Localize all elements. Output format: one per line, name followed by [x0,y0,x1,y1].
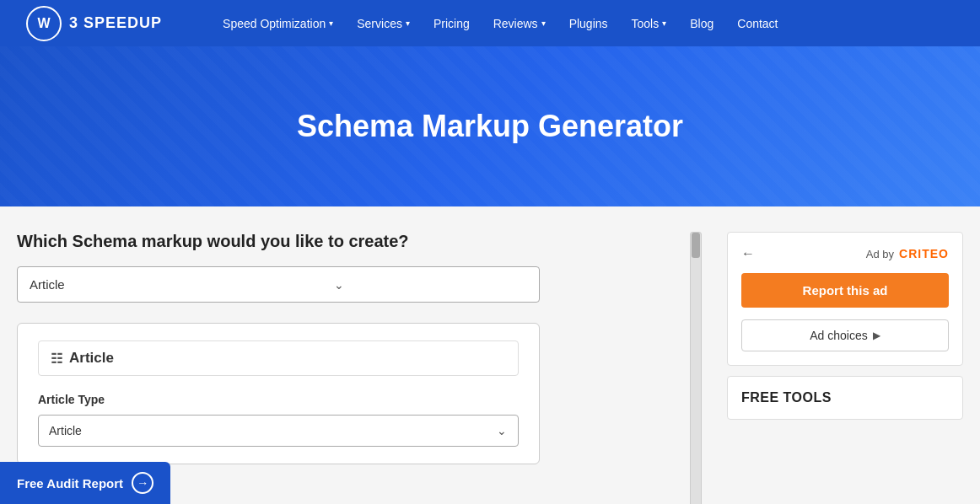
article-card-title-text: Article [69,350,114,367]
back-arrow-icon[interactable]: ← [741,246,755,261]
ad-header: ← Ad by CRITEO [741,246,949,261]
chevron-down-icon: ▾ [541,19,546,28]
ad-choices-label: Ad choices [810,329,867,342]
ad-by-label: Ad by [866,248,894,260]
scrollbar[interactable] [690,232,702,504]
nav-item-speed-optimization[interactable]: Speed Optimization ▾ [213,10,343,37]
logo-icon: W [25,5,62,42]
chevron-down-icon: ▾ [406,19,410,28]
hero-banner: Schema Markup Generator [0,46,980,206]
navbar-logo[interactable]: W 3 SPEEDUP [25,5,162,42]
nav-item-tools[interactable]: Tools ▾ [622,10,677,37]
ad-choices-button[interactable]: Ad choices ▶ [741,319,949,351]
navbar: W 3 SPEEDUP Speed Optimization ▾ Service… [0,0,980,46]
left-panel: Which Schema markup would you like to cr… [17,232,681,464]
page-title: Schema Markup Generator [297,109,683,144]
article-card-header: ☷ Article [38,340,519,376]
criteo-label: CRITEO [899,247,949,260]
nav-item-blog[interactable]: Blog [680,10,724,37]
nav-item-contact[interactable]: Contact [727,10,788,37]
free-tools-box: FREE TOOLS [727,376,963,420]
schema-select[interactable]: Article [17,266,540,303]
nav-item-plugins[interactable]: Plugins [559,10,618,37]
scrollbar-thumb [692,233,700,258]
schema-select-wrapper: Article ⌄ [17,266,681,303]
free-tools-title: FREE TOOLS [741,390,832,405]
chevron-down-icon: ▾ [662,19,666,28]
free-audit-bar[interactable]: Free Audit Report → [0,462,170,504]
free-audit-label: Free Audit Report [17,476,123,491]
ad-box: ← Ad by CRITEO Report this ad Ad choices… [727,232,963,366]
svg-text:W: W [37,16,51,30]
report-ad-button[interactable]: Report this ad [741,273,949,308]
nav-items: Speed Optimization ▾ Services ▾ Pricing … [213,10,955,37]
right-panel: ← Ad by CRITEO Report this ad Ad choices… [727,232,963,420]
logo-text: 3 SPEEDUP [69,14,162,32]
schema-question: Which Schema markup would you like to cr… [17,232,681,251]
article-type-select-wrapper: Article ⌄ [38,415,519,447]
play-icon: ▶ [873,330,880,341]
article-type-label: Article Type [38,393,519,406]
chevron-down-icon: ▾ [329,19,333,28]
article-icon: ☷ [51,351,62,367]
nav-item-reviews[interactable]: Reviews ▾ [483,10,556,37]
nav-item-pricing[interactable]: Pricing [423,10,480,37]
free-audit-arrow-icon: → [132,472,153,494]
main-content: Which Schema markup would you like to cr… [0,206,980,504]
nav-item-services[interactable]: Services ▾ [347,10,420,37]
article-card: ☷ Article Article Type Article ⌄ [17,323,540,464]
article-type-select[interactable]: Article [38,415,519,447]
